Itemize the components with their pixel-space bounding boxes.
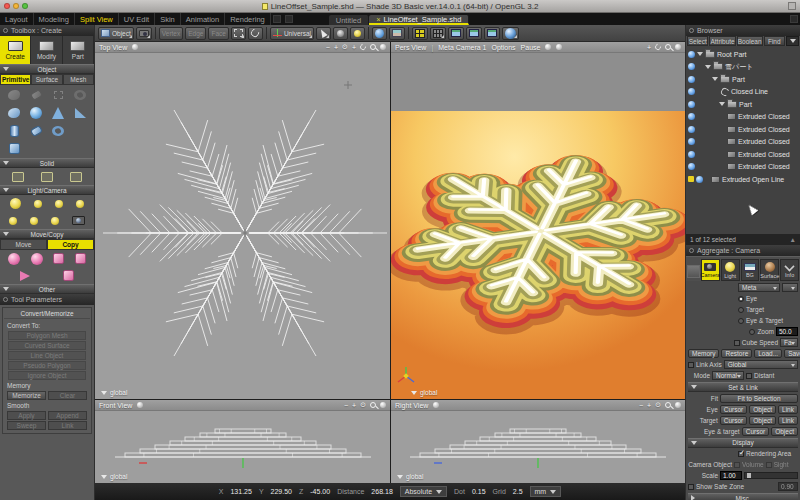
primitive-capsule-icon[interactable] (25, 123, 47, 138)
pan-icon[interactable]: + (352, 44, 356, 51)
distant-light-icon[interactable] (76, 200, 84, 208)
eye-target-object-button[interactable]: Object (771, 427, 798, 436)
zoom-reset-icon[interactable]: ⊙ (342, 43, 348, 51)
view-options-icon[interactable] (137, 402, 143, 408)
visibility-ball-icon[interactable] (688, 63, 695, 70)
refresh-icon[interactable] (545, 44, 551, 50)
zoom-in-icon[interactable]: + (334, 44, 338, 51)
selection-mode-object-button[interactable]: Object (98, 27, 134, 40)
target-cursor-button[interactable]: Cursor (720, 416, 748, 425)
zoom-in-icon[interactable]: + (647, 402, 651, 409)
view-menu-icon[interactable] (380, 44, 386, 50)
visibility-ball-icon[interactable] (688, 76, 695, 83)
four-view-layout-button[interactable] (412, 27, 428, 40)
eye-target-cursor-button[interactable]: Cursor (742, 427, 770, 436)
eye-object-button[interactable]: Object (749, 405, 776, 414)
memorize-button[interactable]: Memorize (7, 391, 46, 400)
rendering-area-checkbox[interactable] (738, 451, 744, 457)
zoom-reset-icon[interactable]: ⊙ (655, 401, 661, 409)
view-options-icon[interactable] (433, 402, 439, 408)
eye-cursor-button[interactable]: Cursor (720, 405, 748, 414)
view-options-icon[interactable] (132, 44, 138, 50)
mode-dropdown[interactable]: Normal (712, 371, 744, 380)
marquee-select-button[interactable] (231, 27, 246, 40)
tree-row[interactable]: Extruded Closed (686, 161, 800, 174)
world-coordinates-button[interactable] (372, 27, 387, 40)
load-button[interactable]: Load... (754, 349, 782, 358)
magnify-icon[interactable] (665, 44, 671, 50)
render-preview-button[interactable] (502, 27, 519, 40)
orbit-tool-button[interactable] (248, 27, 263, 40)
link-button[interactable]: Link (48, 421, 87, 430)
panel-collapse-icon[interactable] (3, 297, 8, 302)
browser-tab-find[interactable]: Find (764, 36, 785, 46)
view-menu-icon[interactable] (675, 44, 681, 50)
viewport-top[interactable]: Top View − + ⊙ + global (95, 42, 390, 399)
workspace-tab-skin[interactable]: Skin (155, 13, 181, 25)
scale-slider[interactable] (744, 472, 798, 479)
pers-view-title[interactable]: Pers View (395, 44, 426, 51)
pers-camera-select[interactable]: Meta Camera 1 (438, 44, 486, 51)
workspace-tab-option-button[interactable] (285, 15, 293, 23)
aggregate-tab-info[interactable]: Info (780, 259, 799, 281)
section-solid[interactable]: Solid (0, 158, 94, 168)
convert-curved-surface-button[interactable]: Curved Surface (8, 341, 85, 350)
volume-checkbox[interactable] (734, 462, 740, 468)
rotate-view-icon[interactable] (654, 43, 662, 51)
section-set-link[interactable]: Set & Link (688, 382, 798, 392)
primitive-cube-icon[interactable] (3, 141, 25, 156)
primitive-sphere-icon[interactable] (25, 105, 47, 120)
tree-row[interactable]: 雪パート (686, 61, 800, 74)
zoom-radio[interactable] (749, 329, 755, 335)
tree-row[interactable]: Extruded Closed (686, 136, 800, 149)
panel-collapse-icon[interactable] (3, 28, 8, 33)
camera-object-icon[interactable] (72, 216, 85, 225)
tree-row[interactable]: Part (686, 73, 800, 86)
array-tool-icon[interactable] (63, 270, 74, 281)
convert-line-object-button[interactable]: Line Object (8, 351, 85, 360)
tool-parameters-header[interactable]: Tool Parameters (0, 294, 94, 305)
visibility-ball-icon[interactable] (688, 101, 695, 108)
edge-mode-button[interactable]: Edge (185, 27, 206, 40)
browser-header[interactable]: Browser (686, 25, 800, 36)
zoom-reset-icon[interactable]: ⊙ (360, 401, 366, 409)
visibility-ball-icon[interactable] (688, 126, 695, 133)
move-button[interactable]: Move (0, 239, 47, 250)
background-button[interactable] (389, 27, 405, 40)
view-menu-icon[interactable] (380, 402, 386, 408)
shading-wireframe-button[interactable] (448, 27, 464, 40)
tree-row[interactable]: Closed Line (686, 86, 800, 99)
mode-create-button[interactable]: Create (0, 36, 31, 64)
primitive-disabled-icon[interactable] (3, 87, 25, 102)
primitive-disabled-icon[interactable] (69, 87, 91, 102)
panel-collapse-icon[interactable] (689, 28, 694, 33)
area-light-icon[interactable] (9, 217, 17, 225)
safe-zone-input[interactable]: 0.90 (778, 482, 798, 491)
zoom-out-icon[interactable]: − (326, 44, 330, 51)
magnify-icon[interactable] (370, 402, 376, 408)
pers-options-menu[interactable]: Options (491, 44, 515, 51)
close-tab-icon[interactable]: × (376, 15, 380, 24)
browser-tab-attribute[interactable]: Attribute (709, 36, 735, 46)
link-axis-dropdown[interactable]: Global (724, 360, 798, 369)
spot-light-icon[interactable] (55, 200, 63, 208)
workspace-tab-modeling[interactable]: Modeling (34, 13, 75, 25)
append-button[interactable]: Append (48, 411, 87, 420)
visibility-ball-icon[interactable] (688, 113, 695, 120)
save-button[interactable]: Save... (784, 349, 800, 358)
apply-button[interactable]: Apply (7, 411, 46, 420)
panel-collapse-icon[interactable] (689, 248, 694, 253)
unit-dropdown[interactable]: mm (530, 486, 562, 497)
workspace-tab-split-view[interactable]: Split View (75, 13, 119, 25)
render-settings-icon[interactable] (556, 44, 562, 50)
copy-button[interactable]: Copy (47, 239, 94, 250)
convert-pseudo-polygon-button[interactable]: Pseudo Polygon (8, 361, 85, 370)
browser-tab-select[interactable]: Select (687, 36, 708, 46)
tab-primitive[interactable]: Primitive (0, 74, 31, 85)
convert-ignore-object-button[interactable]: Ignore Object (8, 371, 85, 380)
panel-toggle-icon[interactable] (790, 15, 798, 23)
target-object-button[interactable]: Object (749, 416, 776, 425)
workspace-tab-layout[interactable]: Layout (0, 13, 34, 25)
duplicate-tool-icon[interactable] (75, 253, 86, 264)
visibility-ball-icon[interactable] (688, 51, 695, 58)
